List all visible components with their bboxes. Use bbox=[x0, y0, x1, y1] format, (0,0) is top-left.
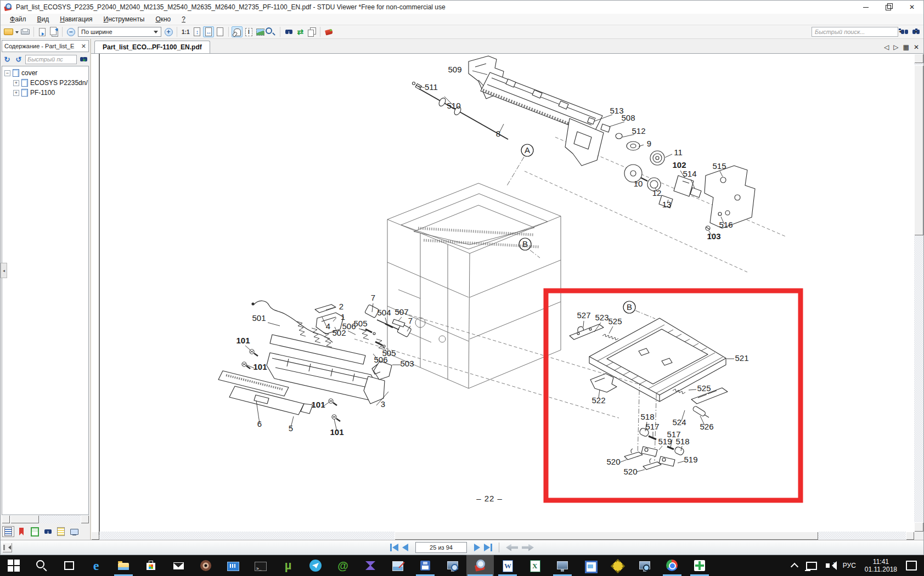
taskbar-image-viewer-icon[interactable] bbox=[576, 555, 604, 576]
horizontal-scrollbar[interactable] bbox=[91, 532, 923, 540]
open-folder-icon[interactable] bbox=[3, 26, 14, 37]
taskbar-slideshow-icon[interactable] bbox=[219, 555, 247, 576]
menu-item-?[interactable]: ? bbox=[177, 14, 190, 24]
expand-node-icon[interactable]: + bbox=[13, 80, 19, 86]
first-page-button[interactable] bbox=[390, 544, 398, 551]
tab-list-icon[interactable]: ▦ bbox=[903, 43, 909, 51]
taskbar-pc-search-icon[interactable] bbox=[631, 555, 658, 576]
volume-icon[interactable] bbox=[822, 555, 838, 576]
quick-search-input[interactable] bbox=[812, 27, 898, 37]
maximize-button[interactable] bbox=[877, 1, 900, 14]
close-button[interactable] bbox=[900, 1, 923, 14]
page-indicator[interactable]: 25 из 94 bbox=[415, 542, 467, 553]
zoom-mode-select[interactable]: По ширине bbox=[78, 27, 161, 37]
taskbar-telegram-icon[interactable] bbox=[302, 555, 329, 576]
export-page-icon[interactable] bbox=[37, 26, 48, 37]
zoom-marquee-icon[interactable] bbox=[266, 26, 277, 37]
taskbar-task-view-icon[interactable] bbox=[55, 555, 82, 576]
compare-icon[interactable] bbox=[295, 26, 306, 37]
export-collate-icon[interactable] bbox=[48, 26, 59, 37]
actual-size-button[interactable]: 1:1 bbox=[180, 29, 191, 35]
scroll-up-icon[interactable] bbox=[914, 54, 923, 63]
menu-item-Навигация[interactable]: Навигация bbox=[55, 14, 97, 24]
taskbar-stdu-viewer-icon[interactable] bbox=[466, 555, 494, 576]
taskbar-disc-icon[interactable] bbox=[192, 555, 219, 576]
taskbar-pc-viewer-icon[interactable] bbox=[439, 555, 466, 576]
taskbar-excel-icon[interactable] bbox=[521, 555, 549, 576]
select-image-icon[interactable] bbox=[255, 26, 266, 37]
tree-item-PF-1100[interactable]: +PF-1100 bbox=[2, 88, 88, 98]
sidebar-tab-export[interactable] bbox=[68, 526, 80, 537]
sidebar-horizontal-scrollbar[interactable] bbox=[2, 515, 89, 523]
pdf-page-canvas[interactable]: 5095115108513508512911102101213514515516… bbox=[91, 54, 914, 532]
zoom-out-icon[interactable] bbox=[65, 26, 76, 37]
taskbar-photo-editor-icon[interactable] bbox=[384, 555, 412, 576]
scroll-right-icon[interactable] bbox=[81, 515, 89, 523]
sidebar-close-icon[interactable]: ✕ bbox=[81, 43, 86, 50]
scroll-down-icon[interactable] bbox=[914, 522, 923, 532]
copy-pages-icon[interactable] bbox=[306, 26, 317, 37]
minimize-button[interactable] bbox=[854, 1, 877, 14]
taskbar-pc-remote-icon[interactable] bbox=[549, 555, 576, 576]
select-text-icon[interactable] bbox=[243, 26, 254, 37]
expand-all-icon[interactable] bbox=[14, 54, 24, 64]
scroll-left-icon[interactable] bbox=[2, 515, 10, 523]
export-book-icon[interactable] bbox=[323, 26, 334, 37]
taskbar-edge-icon[interactable] bbox=[82, 555, 110, 576]
history-forward-button[interactable] bbox=[522, 544, 534, 551]
prev-tab-icon[interactable]: ◁ bbox=[884, 43, 889, 51]
sidebar-tab-bookmarks[interactable] bbox=[15, 526, 27, 537]
taskbar-clock[interactable]: 11:41 01.11.2018 bbox=[861, 555, 901, 576]
taskbar-terminal-icon[interactable] bbox=[247, 555, 274, 576]
taskbar-pharmacy-icon[interactable] bbox=[686, 555, 713, 576]
sidebar-tab-annot[interactable] bbox=[55, 526, 67, 537]
fit-page-icon[interactable] bbox=[215, 26, 226, 37]
sidebar-collapse-arrow[interactable]: ◂ bbox=[1, 263, 7, 278]
collapse-node-icon[interactable]: − bbox=[4, 70, 10, 76]
last-page-button[interactable] bbox=[484, 544, 492, 551]
menu-item-Инструменты[interactable]: Инструменты bbox=[99, 14, 150, 24]
taskbar-utorrent-icon[interactable] bbox=[274, 555, 302, 576]
history-back-button[interactable] bbox=[506, 544, 518, 551]
taskbar-word-icon[interactable] bbox=[494, 555, 521, 576]
caret-icon[interactable] bbox=[14, 26, 19, 37]
vertical-scrollbar[interactable] bbox=[914, 54, 923, 532]
action-center-icon[interactable] bbox=[902, 555, 921, 576]
sidebar-tab-pages[interactable] bbox=[29, 526, 41, 537]
taskbar-store-icon[interactable] bbox=[137, 555, 165, 576]
sidebar-tab-contents[interactable] bbox=[2, 526, 14, 537]
taskbar-start-button[interactable] bbox=[0, 555, 27, 576]
fit-width-icon[interactable] bbox=[203, 26, 214, 37]
tree-item-ECOSYS P2235dn/[interactable]: +ECOSYS P2235dn/ bbox=[2, 78, 88, 88]
find-next-icon[interactable] bbox=[910, 26, 921, 37]
taskbar-explorer-icon[interactable] bbox=[110, 555, 137, 576]
taskbar-backup-icon[interactable] bbox=[412, 555, 439, 576]
collapse-all-icon[interactable] bbox=[2, 54, 12, 64]
fit-height-icon[interactable] bbox=[191, 26, 202, 37]
close-tab-icon[interactable]: ✕ bbox=[914, 43, 919, 51]
taskbar-chrome-icon[interactable] bbox=[658, 555, 686, 576]
taskbar-chip-tool-icon[interactable] bbox=[604, 555, 631, 576]
taskbar-mail-icon[interactable] bbox=[165, 555, 192, 576]
sidebar-tab-search[interactable] bbox=[42, 526, 54, 537]
menu-item-Окно[interactable]: Окно bbox=[150, 14, 176, 24]
document-tab[interactable]: Part_list_ECO...PF-1100_EN.pdf bbox=[94, 41, 210, 53]
zoom-in-icon[interactable] bbox=[163, 26, 174, 37]
next-tab-icon[interactable]: ▷ bbox=[893, 43, 898, 51]
tree-item-cover[interactable]: −cover bbox=[2, 68, 88, 78]
sidebar-search-input[interactable] bbox=[25, 55, 77, 64]
hand-icon[interactable] bbox=[232, 26, 243, 37]
language-indicator[interactable]: РУС bbox=[839, 555, 860, 576]
collapse-panel-button[interactable] bbox=[2, 543, 12, 552]
hidden-icons-chevron[interactable] bbox=[788, 555, 801, 576]
taskbar-search-icon[interactable] bbox=[27, 555, 55, 576]
find-icon[interactable] bbox=[283, 26, 294, 37]
taskbar-mail-agent-icon[interactable] bbox=[329, 555, 357, 576]
menu-item-Вид[interactable]: Вид bbox=[32, 14, 54, 24]
taskbar-kmplayer-icon[interactable] bbox=[357, 555, 384, 576]
sidebar-find-icon[interactable] bbox=[78, 54, 88, 64]
print-icon[interactable] bbox=[20, 26, 31, 37]
network-icon[interactable] bbox=[802, 555, 821, 576]
next-page-button[interactable] bbox=[474, 544, 480, 551]
previous-page-button[interactable] bbox=[402, 544, 408, 551]
